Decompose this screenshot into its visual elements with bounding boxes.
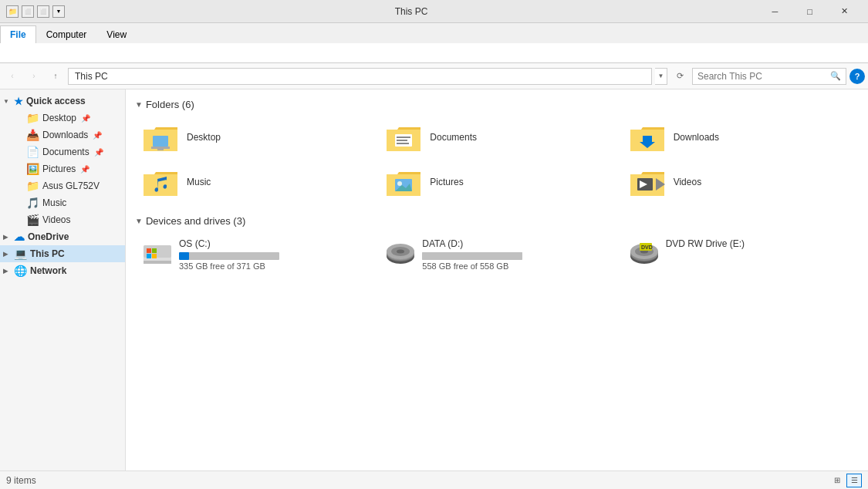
up-button[interactable]: ↑	[46, 67, 65, 86]
folder-icon: 📁	[26, 112, 39, 124]
status-bar: 9 items ⊞ ☰	[0, 470, 868, 489]
drives-chevron-icon: ▼	[135, 217, 143, 225]
tab-computer[interactable]: Computer	[36, 25, 97, 43]
drive-d-bar-bg	[422, 252, 522, 260]
folder-item-pictures[interactable]: Pictures	[378, 161, 615, 203]
folder-downloads-label: Downloads	[674, 132, 719, 143]
drive-d-info: DATA (D:) 558 GB free of 558 GB	[422, 238, 608, 271]
folder-icon-documents	[385, 122, 422, 153]
app-icon-2: ⬜	[22, 5, 34, 18]
folder-item-documents[interactable]: Documents	[378, 116, 615, 158]
back-button[interactable]: ‹	[3, 67, 22, 86]
sidebar-item-this-pc[interactable]: ▶ 💻 This PC	[0, 245, 125, 262]
sidebar: ▼ ★ Quick access 📁 Desktop 📌 📥 Downloads…	[0, 89, 126, 470]
sidebar-music-label: Music	[42, 197, 66, 208]
large-icon-view-button[interactable]: ⊞	[829, 474, 845, 487]
drive-item-c[interactable]: OS (C:) 335 GB free of 371 GB	[135, 233, 372, 276]
folder-icon-downloads	[629, 122, 666, 153]
sidebar-item-pictures[interactable]: 🖼️ Pictures 📌	[0, 160, 125, 177]
search-box[interactable]: 🔍	[692, 68, 846, 85]
folder-item-downloads[interactable]: Downloads	[622, 116, 859, 158]
svg-rect-8	[397, 137, 410, 138]
main-area: ▼ ★ Quick access 📁 Desktop 📌 📥 Downloads…	[0, 89, 868, 470]
this-pc-label: This PC	[30, 248, 65, 259]
sidebar-pictures-label: Pictures	[42, 164, 76, 174]
onedrive-label: OneDrive	[28, 231, 69, 242]
address-dropdown-button[interactable]: ▼	[655, 68, 667, 85]
sidebar-asus-label: Asus GL752V	[42, 180, 100, 191]
svg-point-19	[397, 181, 402, 186]
svg-rect-3	[151, 147, 170, 149]
maximize-button[interactable]: □	[792, 0, 827, 23]
forward-button[interactable]: ›	[25, 67, 43, 86]
detail-view-button[interactable]: ☰	[846, 474, 862, 487]
sidebar-item-quick-access[interactable]: ▼ ★ Quick access	[0, 93, 125, 110]
sidebar-item-videos[interactable]: 🎬 Videos	[0, 211, 125, 228]
ribbon-tabs: File Computer View	[0, 23, 868, 43]
quick-access-bar-btn[interactable]: ▼	[52, 5, 65, 18]
sidebar-documents-label: Documents	[42, 147, 90, 157]
sidebar-item-onedrive[interactable]: ▶ ☁ OneDrive	[0, 228, 125, 245]
tab-file[interactable]: File	[0, 25, 36, 43]
videos-folder-icon: 🎬	[26, 214, 39, 226]
item-count: 9 items	[6, 475, 36, 486]
quick-access-label: Quick access	[26, 96, 86, 106]
search-input[interactable]	[697, 71, 827, 82]
documents-folder-icon: 📄	[26, 146, 39, 158]
folder-icon-videos	[629, 167, 666, 197]
network-icon: 🌐	[14, 265, 27, 277]
star-icon: ★	[14, 96, 23, 107]
sidebar-item-asus[interactable]: 📁 Asus GL752V	[0, 177, 125, 194]
drive-c-name: OS (C:)	[179, 238, 365, 249]
help-button[interactable]: ?	[849, 69, 865, 84]
title-bar-app-icons: 📁 ⬜ ⬜ ▼	[6, 5, 65, 18]
svg-text:DVD: DVD	[641, 244, 653, 250]
view-buttons: ⊞ ☰	[829, 474, 862, 487]
close-button[interactable]: ✕	[827, 0, 862, 23]
svg-marker-15	[144, 174, 177, 196]
window-title: This PC	[65, 6, 758, 17]
folder-icon-desktop	[142, 122, 179, 153]
sidebar-item-network[interactable]: ▶ 🌐 Network	[0, 262, 125, 279]
drives-section-title: Devices and drives (3)	[146, 215, 245, 227]
drive-c-bar-bg	[179, 252, 279, 260]
folder-music-label: Music	[187, 177, 211, 187]
app-icon-1: 📁	[6, 5, 19, 18]
folder-item-videos[interactable]: Videos	[622, 161, 859, 203]
pin-icon-3: 📌	[94, 148, 103, 157]
address-path[interactable]: This PC	[68, 68, 652, 85]
minimize-button[interactable]: ─	[758, 0, 792, 23]
sidebar-item-downloads[interactable]: 📥 Downloads 📌	[0, 126, 125, 143]
drive-icon-e: DVD	[629, 238, 660, 269]
sidebar-item-music[interactable]: 🎵 Music	[0, 194, 125, 211]
breadcrumb: This PC	[75, 71, 108, 82]
sidebar-item-documents[interactable]: 📄 Documents 📌	[0, 143, 125, 160]
sidebar-videos-label: Videos	[42, 214, 70, 225]
chevron-right-icon-2: ▶	[3, 251, 11, 258]
svg-rect-9	[397, 140, 407, 141]
drive-c-bar-fill	[179, 252, 189, 260]
this-pc-icon: 💻	[14, 248, 27, 260]
drive-icon-c	[142, 238, 173, 269]
svg-point-39	[397, 250, 404, 254]
folders-section-header[interactable]: ▼ Folders (6)	[135, 99, 859, 110]
svg-rect-4	[157, 149, 164, 150]
drive-c-free: 335 GB free of 371 GB	[179, 261, 365, 271]
window-controls: ─ □ ✕	[758, 0, 862, 23]
drives-section-header[interactable]: ▼ Devices and drives (3)	[135, 215, 859, 227]
drives-grid: OS (C:) 335 GB free of 371 GB	[135, 233, 859, 276]
drive-item-e[interactable]: DVD DVD RW Drive (E:)	[622, 233, 859, 276]
folders-section-title: Folders (6)	[146, 99, 194, 110]
title-bar: 📁 ⬜ ⬜ ▼ This PC ─ □ ✕	[0, 0, 868, 23]
music-folder-icon: 🎵	[26, 197, 39, 209]
sidebar-item-desktop[interactable]: 📁 Desktop 📌	[0, 110, 125, 126]
folder-item-desktop[interactable]: Desktop	[135, 116, 372, 158]
folder-desktop-label: Desktop	[187, 132, 221, 143]
search-icon[interactable]: 🔍	[830, 71, 841, 81]
svg-rect-32	[144, 261, 171, 264]
folder-item-music[interactable]: Music	[135, 161, 372, 203]
folder-videos-label: Videos	[674, 177, 701, 187]
drive-item-d[interactable]: DATA (D:) 558 GB free of 558 GB	[378, 233, 615, 276]
refresh-button[interactable]: ⟳	[670, 67, 689, 86]
tab-view[interactable]: View	[96, 25, 137, 43]
